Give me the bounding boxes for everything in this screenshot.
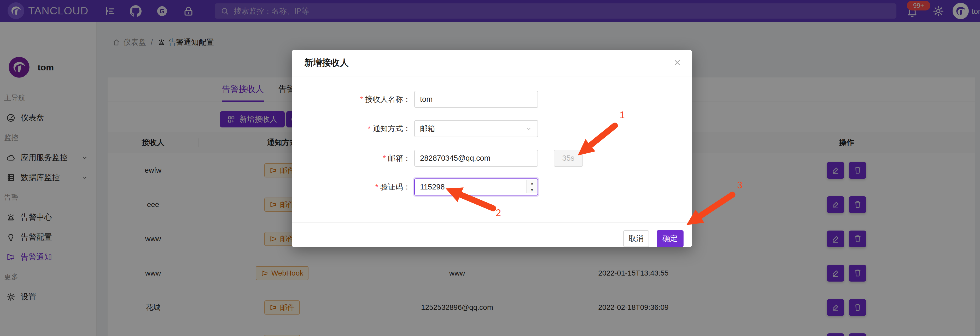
form-row-name-input: *接收人名称：tom — [292, 91, 692, 108]
name-input[interactable]: tom — [414, 91, 538, 108]
field-label-text: 接收人名称： — [365, 94, 410, 105]
close-icon[interactable] — [671, 57, 683, 69]
app: TANCLOUD G 99+ tom tom 主导航仪表盘监控应用服务监控数据库… — [0, 0, 980, 336]
field-value: 282870345@qq.com — [420, 154, 490, 163]
required-mark: * — [360, 95, 363, 104]
required-mark: * — [375, 182, 378, 191]
modal-title: 新增接收人 — [304, 50, 349, 76]
modal-footer: 取消 确定 — [292, 222, 692, 248]
required-mark: * — [368, 124, 371, 133]
field-value: 邮箱 — [420, 123, 435, 134]
field-label-text: 邮箱： — [388, 153, 410, 163]
field-label: *接收人名称： — [292, 91, 410, 108]
field-label: *通知方式： — [292, 120, 410, 137]
code-input[interactable]: 115298 — [414, 178, 538, 195]
method-select[interactable]: 邮箱 — [414, 120, 538, 137]
form-row-email-input: *邮箱：282870345@qq.com35s — [292, 150, 692, 167]
field-label-text: 通知方式： — [373, 123, 410, 134]
chevron-down-icon — [525, 125, 532, 133]
confirm-button[interactable]: 确定 — [657, 230, 684, 247]
cancel-button[interactable]: 取消 — [623, 230, 649, 247]
form-row-method-select: *通知方式：邮箱 — [292, 120, 692, 137]
required-mark: * — [383, 154, 386, 163]
modal-header: 新增接收人 — [292, 50, 692, 77]
form-row-code-input: *验证码：115298▲▼ — [292, 178, 692, 195]
add-recipient-modal: 新增接收人 *接收人名称：tom*通知方式：邮箱*邮箱：282870345@qq… — [292, 50, 692, 247]
field-value: 115298 — [420, 182, 445, 191]
field-value: tom — [420, 95, 433, 104]
email-input[interactable]: 282870345@qq.com — [414, 150, 538, 167]
field-label: *邮箱： — [292, 150, 410, 167]
send-code-button[interactable]: 35s — [554, 150, 583, 167]
spinner-down-icon[interactable]: ▼ — [527, 187, 537, 194]
spinner-up-icon[interactable]: ▲ — [527, 180, 537, 187]
number-spinner[interactable]: ▲▼ — [526, 180, 537, 193]
field-label: *验证码： — [292, 178, 410, 195]
field-label-text: 验证码： — [380, 182, 410, 192]
